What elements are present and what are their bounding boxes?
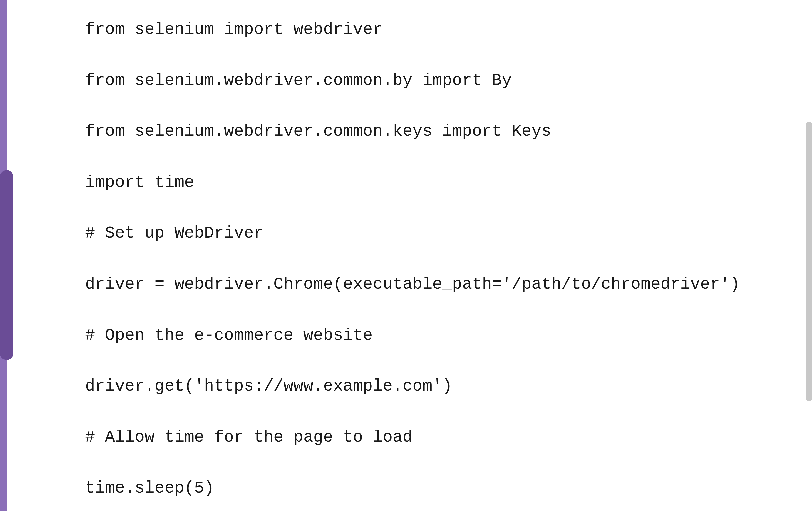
code-line: driver = webdriver.Chrome(executable_pat… (85, 274, 758, 294)
right-scroll-track[interactable] (806, 0, 812, 511)
code-line: # Open the e-commerce website (85, 325, 758, 345)
code-line: # Allow time for the page to load (85, 427, 758, 447)
right-scroll-thumb[interactable] (806, 122, 812, 401)
code-line: from selenium.webdriver.common.by import… (85, 70, 758, 90)
code-line: import time (85, 172, 758, 192)
code-block: from selenium import webdriver from sele… (85, 20, 758, 498)
code-line: time.sleep(5) (85, 478, 758, 498)
code-line: driver.get('https://www.example.com') (85, 376, 758, 396)
code-line: from selenium.webdriver.common.keys impo… (85, 121, 758, 141)
code-line: # Set up WebDriver (85, 223, 758, 243)
left-scroll-thumb[interactable] (0, 170, 13, 360)
code-line: from selenium import webdriver (85, 20, 758, 39)
